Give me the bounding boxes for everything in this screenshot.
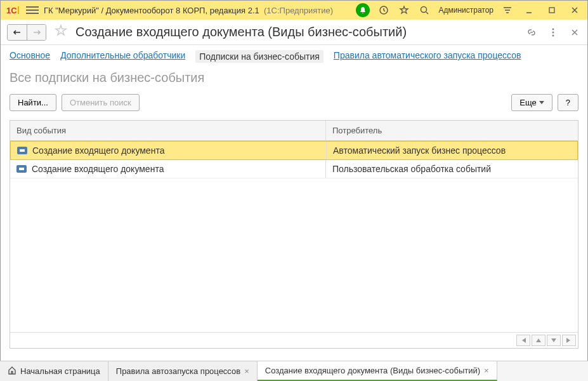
- svg-rect-1: [18, 6, 19, 14]
- history-icon[interactable]: [377, 4, 390, 17]
- chevron-down-icon: [539, 101, 544, 104]
- section-title: Все подписки на бизнес-события: [10, 70, 578, 85]
- svg-rect-4: [549, 8, 554, 13]
- row-icon: [16, 165, 27, 173]
- link-icon[interactable]: [525, 26, 538, 39]
- row-icon: [17, 147, 27, 154]
- th-event-type[interactable]: Вид события: [10, 121, 326, 140]
- svg-point-5: [552, 28, 554, 30]
- star-icon[interactable]: [54, 23, 68, 41]
- bottom-tab-rules[interactable]: Правила автозапуска процессов ×: [108, 361, 258, 381]
- more-button[interactable]: Еще: [511, 94, 552, 111]
- settings-icon[interactable]: [501, 4, 514, 17]
- minimize-button[interactable]: [521, 4, 537, 17]
- table-header: Вид события Потребитель: [10, 121, 578, 141]
- titlebar: 1С ГК "Меркурий" / Документооборот 8 КОР…: [1, 1, 587, 20]
- table-nav: [10, 332, 578, 348]
- app-logo: 1С: [6, 4, 21, 17]
- close-icon[interactable]: ×: [484, 366, 489, 375]
- table-row[interactable]: Создание входящего документа Автоматичес…: [10, 141, 578, 160]
- bottom-tab-label: Правила автозапуска процессов: [116, 366, 240, 376]
- svg-point-7: [552, 34, 554, 36]
- tab-subscriptions[interactable]: Подписки на бизнес-события: [195, 50, 323, 63]
- help-button[interactable]: ?: [558, 94, 578, 111]
- search-icon[interactable]: [418, 4, 431, 17]
- nav-forward-button[interactable]: [27, 25, 46, 40]
- app-title: ГК "Меркурий" / Документооборот 8 КОРП, …: [44, 6, 333, 15]
- action-row: Найти... Отменить поиск Еще ?: [10, 94, 578, 111]
- tab-bar: Основное Дополнительные обработчики Подп…: [1, 45, 587, 70]
- cell-event: Создание входящего документа: [32, 145, 164, 156]
- cell-consumer: Пользовательская обработка событий: [332, 164, 491, 174]
- content: Все подписки на бизнес-события Найти... …: [1, 70, 587, 349]
- nav-first-icon[interactable]: [516, 335, 530, 346]
- page-toolbar: Создание входящего документа (Виды бизне…: [1, 20, 587, 45]
- maximize-button[interactable]: [544, 4, 559, 17]
- table-body: Создание входящего документа Автоматичес…: [10, 141, 578, 332]
- svg-point-3: [421, 7, 427, 13]
- user-label[interactable]: Администратор: [438, 6, 493, 15]
- cell-event: Создание входящего документа: [32, 164, 164, 174]
- nav-back-button[interactable]: [8, 25, 27, 40]
- page-title: Создание входящего документа (Виды бизне…: [75, 25, 407, 39]
- tab-extra[interactable]: Дополнительные обработчики: [60, 50, 185, 63]
- close-icon[interactable]: ×: [244, 366, 249, 376]
- favorite-icon[interactable]: [398, 4, 410, 17]
- bottom-tab-current[interactable]: Создание входящего документа (Виды бизне…: [258, 361, 497, 381]
- bottom-tab-bar: Начальная страница Правила автозапуска п…: [0, 361, 588, 381]
- find-button[interactable]: Найти...: [10, 94, 56, 111]
- svg-text:1С: 1С: [6, 6, 17, 15]
- cell-consumer: Автоматический запуск бизнес процессов: [333, 145, 506, 156]
- nav-last-icon[interactable]: [562, 335, 576, 346]
- tab-rules[interactable]: Правила автоматического запуска процессо…: [334, 50, 521, 63]
- table-row[interactable]: Создание входящего документа Пользовател…: [10, 160, 578, 178]
- th-consumer[interactable]: Потребитель: [326, 121, 578, 140]
- cancel-search-button: Отменить поиск: [62, 94, 140, 111]
- notifications-icon[interactable]: [356, 3, 370, 17]
- home-icon: [8, 366, 16, 377]
- nav-down-icon[interactable]: [547, 335, 561, 346]
- nav-up-icon[interactable]: [532, 335, 546, 346]
- bottom-tab-label: Создание входящего документа (Виды бизне…: [265, 366, 480, 375]
- kebab-icon[interactable]: [547, 26, 559, 39]
- svg-point-6: [552, 31, 554, 33]
- bottom-tab-home[interactable]: Начальная страница: [0, 361, 108, 381]
- table: Вид события Потребитель Создание входяще…: [10, 120, 578, 349]
- close-button[interactable]: [567, 4, 582, 17]
- tab-main[interactable]: Основное: [10, 50, 50, 63]
- bottom-tab-label: Начальная страница: [20, 366, 100, 376]
- page-close-icon[interactable]: [568, 26, 581, 39]
- menu-icon[interactable]: [26, 4, 39, 17]
- nav-buttons: [7, 24, 46, 41]
